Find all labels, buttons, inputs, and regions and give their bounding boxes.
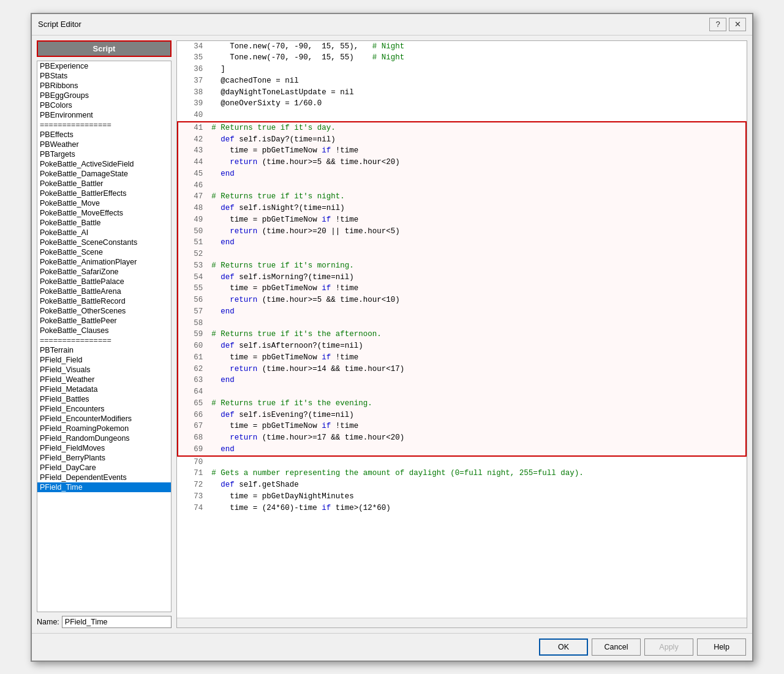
line-code: time = pbGetTimeNow if !time [209,214,746,226]
table-row: 61 time = pbGetTimeNow if !time [178,352,746,364]
table-row: 57 end [178,306,746,318]
line-code: return (time.hour>=14 && time.hour<17) [209,364,746,375]
list-item[interactable]: PokeBattle_OtherScenes [37,306,171,316]
name-label: Name: [37,618,59,626]
list-item[interactable]: ================ [37,335,171,345]
list-item[interactable]: PokeBattle_MoveEffects [37,208,171,218]
list-item[interactable]: PBWeather [37,140,171,149]
line-number: 56 [178,294,209,306]
line-number: 72 [178,479,209,491]
help-button[interactable]: Help [697,638,746,656]
list-item[interactable]: PField_RandomDungeons [37,433,171,443]
line-code: end [209,444,746,456]
list-item[interactable]: PField_Field [37,355,171,365]
list-item[interactable]: PField_Metadata [37,384,171,394]
list-item[interactable]: PokeBattle_ActiveSideField [37,159,171,169]
line-code: time = pbGetTimeNow if !time [209,283,746,294]
line-code: # Returns true if it's morning. [209,260,746,272]
line-code: time = pbGetDayNightMinutes [209,491,746,503]
table-row: 66 def self.isEvening?(time=nil) [178,410,746,421]
title-bar-controls: ? ✕ [709,18,746,31]
line-code: # Returns true if it's the evening. [209,398,746,410]
line-code: end [209,237,746,249]
list-item[interactable]: PokeBattle_BattleArena [37,286,171,296]
line-code: def self.isMorning?(time=nil) [209,272,746,283]
table-row: 70 [178,456,746,468]
list-item[interactable]: PokeBattle_BattlePeer [37,316,171,326]
table-row: 55 time = pbGetTimeNow if !time [178,283,746,294]
list-item[interactable]: PField_Weather [37,375,171,384]
table-row: 52 [178,249,746,260]
list-item[interactable]: PField_Battles [37,394,171,404]
line-code [209,318,746,329]
line-number: 51 [178,237,209,249]
horizontal-scrollbar[interactable] [177,618,747,627]
script-list-container[interactable]: PBExperiencePBStatsPBRibbonsPBEggGroupsP… [37,61,172,612]
line-code: return (time.hour>=17 && time.hour<20) [209,432,746,444]
list-item[interactable]: PBEggGroups [37,91,171,100]
line-code [209,110,746,122]
list-item[interactable]: PField_Time [37,482,171,492]
line-code: def self.isEvening?(time=nil) [209,410,746,421]
list-item[interactable]: PField_DayCare [37,463,171,473]
list-item[interactable]: PokeBattle_AI [37,228,171,238]
table-row: 44 return (time.hour>=5 && time.hour<20) [178,157,746,168]
list-item[interactable]: PokeBattle_SafariZone [37,267,171,277]
line-code: def self.getShade [209,479,746,491]
cancel-button[interactable]: Cancel [592,638,641,656]
list-item[interactable]: PField_DependentEvents [37,473,171,482]
apply-button[interactable]: Apply [644,638,693,656]
line-number: 36 [178,64,209,75]
list-item[interactable]: PField_EncounterModifiers [37,414,171,424]
close-title-button[interactable]: ✕ [729,18,746,31]
list-item[interactable]: PField_RoamingPokemon [37,424,171,433]
list-item[interactable]: PokeBattle_Scene [37,247,171,257]
line-code: @dayNightToneLastUpdate = nil [209,87,746,99]
table-row: 45 end [178,168,746,180]
line-number: 52 [178,249,209,260]
line-number: 55 [178,283,209,294]
list-item[interactable]: PokeBattle_DamageState [37,169,171,179]
line-number: 38 [178,87,209,99]
help-title-button[interactable]: ? [709,18,726,31]
list-item[interactable]: PokeBattle_AnimationPlayer [37,257,171,267]
list-item[interactable]: PBEffects [37,130,171,140]
line-number: 48 [178,203,209,214]
list-item[interactable]: PField_FieldMoves [37,443,171,453]
line-number: 40 [178,110,209,122]
list-item[interactable]: PokeBattle_SceneConstants [37,238,171,247]
list-item[interactable]: PokeBattle_Clauses [37,326,171,335]
list-item[interactable]: PokeBattle_BattlePalace [37,277,171,286]
line-number: 41 [178,122,209,134]
list-item[interactable]: PokeBattle_Move [37,198,171,208]
table-row: 38 @dayNightToneLastUpdate = nil [178,87,746,99]
table-row: 67 time = pbGetTimeNow if !time [178,421,746,432]
name-input[interactable] [62,616,172,628]
ok-button[interactable]: OK [539,638,588,656]
line-number: 74 [178,503,209,514]
line-number: 44 [178,157,209,168]
list-item[interactable]: PBStats [37,71,171,81]
table-row: 50 return (time.hour>=20 || time.hour<5) [178,226,746,238]
list-item[interactable]: PField_BerryPlants [37,453,171,463]
line-number: 63 [178,375,209,386]
line-number: 47 [178,191,209,203]
list-item[interactable]: PokeBattle_BattleRecord [37,296,171,306]
list-item[interactable]: PokeBattle_Battle [37,218,171,228]
list-item[interactable]: PField_Encounters [37,404,171,414]
line-code: time = (24*60)-time if time>(12*60) [209,503,746,514]
list-item[interactable]: PBColors [37,100,171,110]
list-item[interactable]: PBExperience [37,61,171,71]
list-item[interactable]: PField_Visuals [37,365,171,375]
list-item[interactable]: PBEnvironment [37,110,171,120]
list-item[interactable]: PBRibbons [37,81,171,91]
line-number: 35 [178,52,209,64]
list-item[interactable]: PokeBattle_Battler [37,179,171,189]
line-code: # Gets a number representing the amount … [209,468,746,479]
table-row: 39 @oneOverSixty = 1/60.0 [178,98,746,110]
list-item[interactable]: ================ [37,120,171,130]
code-area[interactable]: 34 Tone.new(-70, -90, 15, 55), # Night35… [177,41,747,618]
list-item[interactable]: PokeBattle_BattlerEffects [37,189,171,198]
list-item[interactable]: PBTerrain [37,345,171,355]
list-item[interactable]: PBTargets [37,149,171,159]
